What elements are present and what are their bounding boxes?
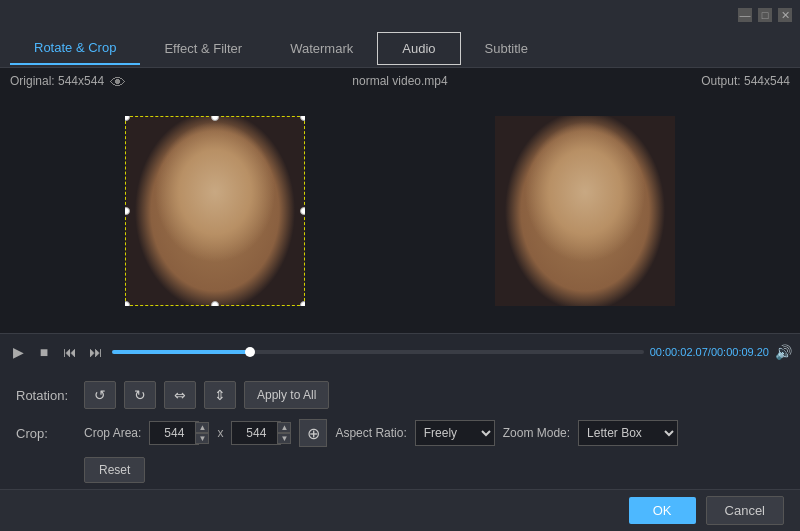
aspect-ratio-label: Aspect Ratio:: [335, 426, 406, 440]
flip-v-icon: ⇕: [214, 387, 226, 403]
zoom-mode-select[interactable]: Letter Box Pan & Scan Full: [578, 420, 678, 446]
filename-label: normal video.mp4: [352, 74, 447, 88]
rotation-label: Rotation:: [16, 388, 76, 403]
timeline-bar: ▶ ■ ⏮ ⏭ 00:00:02.07/00:00:09.20 🔊: [0, 333, 800, 369]
height-input-group: ▲ ▼: [231, 421, 291, 445]
aspect-ratio-select[interactable]: Freely 16:9 4:3 1:1 9:16: [415, 420, 495, 446]
left-video[interactable]: [125, 116, 305, 306]
crop-label: Crop:: [16, 426, 76, 441]
preview-area: Original: 544x544 👁 normal video.mp4 Out…: [0, 68, 800, 333]
progress-fill: [112, 350, 250, 354]
crop-height-input[interactable]: [231, 421, 281, 445]
eye-icon[interactable]: 👁: [110, 74, 126, 92]
width-spin-controls: ▲ ▼: [195, 422, 209, 444]
tab-audio[interactable]: Audio: [377, 32, 460, 65]
tab-subtitle[interactable]: Subtitle: [461, 33, 552, 64]
width-up-button[interactable]: ▲: [195, 422, 209, 433]
maximize-button[interactable]: □: [758, 8, 772, 22]
width-down-button[interactable]: ▼: [195, 433, 209, 444]
rotate-left-button[interactable]: ↺: [84, 381, 116, 409]
right-video: [495, 116, 675, 306]
rotate-right-button[interactable]: ↻: [124, 381, 156, 409]
bottom-bar: OK Cancel: [0, 489, 800, 531]
stop-button[interactable]: ■: [34, 342, 54, 362]
rotate-right-icon: ↻: [134, 387, 146, 403]
crop-width-input[interactable]: [149, 421, 199, 445]
height-down-button[interactable]: ▼: [277, 433, 291, 444]
time-display: 00:00:02.07/00:00:09.20: [650, 346, 769, 358]
flip-horizontal-button[interactable]: ⇔: [164, 381, 196, 409]
flip-vertical-button[interactable]: ⇕: [204, 381, 236, 409]
progress-thumb[interactable]: [245, 347, 255, 357]
prev-button[interactable]: ⏮: [60, 342, 80, 362]
center-crop-icon: ⊕: [307, 424, 320, 443]
rotate-left-icon: ↺: [94, 387, 106, 403]
left-video-frame: [125, 116, 305, 306]
tab-watermark[interactable]: Watermark: [266, 33, 377, 64]
controls-area: Rotation: ↺ ↻ ⇔ ⇕ Apply to All Crop: Cro…: [0, 369, 800, 505]
crop-area-label: Crop Area:: [84, 426, 141, 440]
right-video-frame: [495, 116, 675, 306]
cancel-button[interactable]: Cancel: [706, 496, 784, 525]
height-spin-controls: ▲ ▼: [277, 422, 291, 444]
crop-controls: Crop Area: ▲ ▼ x ▲ ▼ ⊕ Aspect Ratio:: [84, 419, 678, 447]
left-video-container: [125, 116, 305, 306]
center-crop-button[interactable]: ⊕: [299, 419, 327, 447]
tab-rotate-crop[interactable]: Rotate & Crop: [10, 32, 140, 65]
close-button[interactable]: ✕: [778, 8, 792, 22]
play-button[interactable]: ▶: [8, 342, 28, 362]
x-separator: x: [217, 426, 223, 440]
tab-effect-filter[interactable]: Effect & Filter: [140, 33, 266, 64]
width-input-group: ▲ ▼: [149, 421, 209, 445]
reset-row: Reset: [16, 457, 784, 483]
flip-h-icon: ⇔: [174, 387, 186, 403]
ok-button[interactable]: OK: [629, 497, 696, 524]
rotation-row: Rotation: ↺ ↻ ⇔ ⇕ Apply to All: [16, 381, 784, 409]
crop-row: Crop: Crop Area: ▲ ▼ x ▲ ▼ ⊕ Asp: [16, 419, 784, 447]
volume-icon[interactable]: 🔊: [775, 344, 792, 360]
reset-button[interactable]: Reset: [84, 457, 145, 483]
next-button[interactable]: ⏭: [86, 342, 106, 362]
zoom-mode-label: Zoom Mode:: [503, 426, 570, 440]
minimize-button[interactable]: —: [738, 8, 752, 22]
title-bar: — □ ✕: [0, 0, 800, 30]
height-up-button[interactable]: ▲: [277, 422, 291, 433]
progress-track[interactable]: [112, 350, 644, 354]
tabs-bar: Rotate & Crop Effect & Filter Watermark …: [0, 30, 800, 68]
output-label: Output: 544x544: [701, 74, 790, 88]
apply-all-button[interactable]: Apply to All: [244, 381, 329, 409]
original-label: Original: 544x544: [10, 74, 104, 88]
